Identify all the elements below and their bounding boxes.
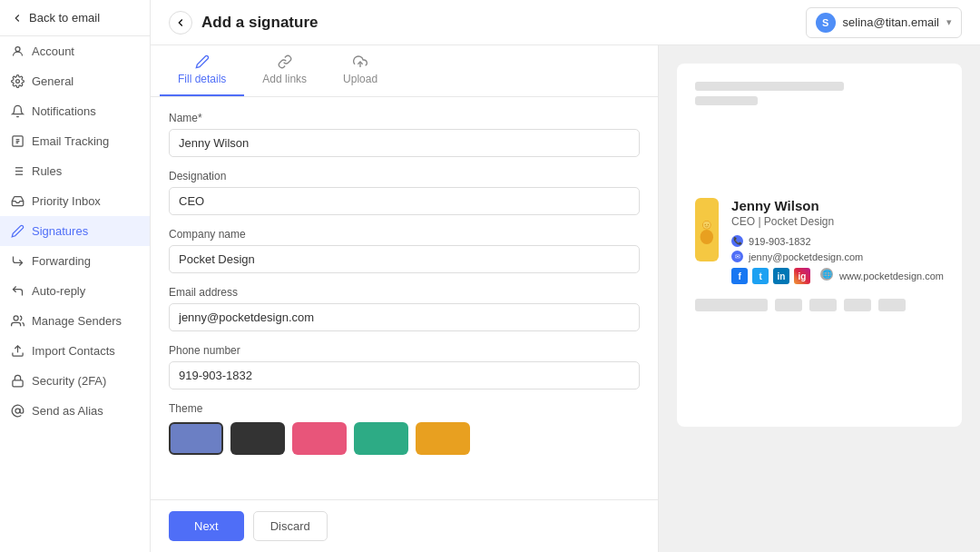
tabs-bar: Fill details Add links Upload — [151, 45, 658, 97]
security-icon — [11, 374, 24, 388]
svg-point-0 — [15, 47, 20, 52]
rules-icon — [11, 164, 24, 178]
ph-rect-4 — [844, 299, 871, 311]
designation-input[interactable] — [169, 187, 640, 215]
sidebar-item-account[interactable]: Account — [0, 36, 150, 66]
designation-field-group: Designation — [169, 170, 640, 215]
theme-color-orange[interactable] — [416, 422, 470, 455]
email-label: Email address — [169, 286, 640, 299]
back-to-email-button[interactable]: Back to email — [0, 0, 150, 36]
discard-button[interactable]: Discard — [253, 511, 328, 541]
contacts-icon — [11, 344, 24, 358]
sig-name: Jenny Wilson — [731, 198, 944, 213]
theme-color-dark[interactable] — [230, 422, 285, 455]
sidebar-item-rules[interactable]: Rules — [0, 156, 150, 186]
sidebar-item-label: Rules — [32, 164, 62, 178]
sidebar-item-label: Priority Inbox — [32, 194, 101, 208]
sidebar-item-label: Manage Senders — [32, 314, 122, 328]
back-arrow-icon — [11, 12, 24, 25]
sidebar-item-label: Auto-reply — [32, 284, 85, 298]
sidebar-item-notifications[interactable]: Notifications — [0, 96, 150, 126]
page-header: Add a signature S selina@titan.email ▾ — [151, 0, 980, 45]
phone-icon: 📞 — [731, 235, 743, 247]
facebook-icon: f — [731, 268, 748, 284]
designation-label: Designation — [169, 170, 640, 182]
sidebar-item-auto-reply[interactable]: Auto-reply — [0, 276, 150, 306]
preview-placeholder-lines — [695, 82, 944, 105]
sidebar-item-label: Forwarding — [32, 254, 91, 268]
sig-social-icons: f t in ig 🌐 www.pocketdesign.com — [731, 268, 944, 284]
sidebar-item-label: Send as Alias — [32, 404, 103, 418]
sig-email: ✉ jenny@pocketdesign.com — [731, 251, 944, 262]
sig-phone: 📞 919-903-1832 — [731, 235, 944, 247]
theme-color-blue[interactable] — [169, 422, 223, 455]
user-dropdown[interactable]: S selina@titan.email ▾ — [806, 7, 962, 38]
svg-point-16 — [701, 230, 713, 244]
sig-title: CEO | Pocket Design — [731, 215, 944, 228]
tab-upload[interactable]: Upload — [325, 45, 396, 96]
sidebar-item-email-tracking[interactable]: Email Tracking — [0, 126, 150, 156]
body-area: Fill details Add links Upload Name* — [151, 45, 980, 552]
sidebar-item-manage-senders[interactable]: Manage Senders — [0, 306, 150, 336]
tab-fill-details[interactable]: Fill details — [160, 45, 244, 96]
page-title: Add a signature — [201, 14, 318, 32]
placeholder-line-2 — [695, 96, 758, 105]
alias-icon — [11, 404, 24, 418]
tab-label: Upload — [343, 73, 377, 85]
name-field-group: Name* — [169, 112, 640, 157]
theme-color-pink[interactable] — [292, 422, 347, 455]
sidebar-item-forwarding[interactable]: Forwarding — [0, 246, 150, 276]
ph-rect-5 — [878, 299, 906, 311]
header-left: Add a signature — [169, 11, 318, 34]
sig-photo — [695, 198, 719, 261]
upload-icon — [353, 54, 368, 69]
sidebar-item-priority-inbox[interactable]: Priority Inbox — [0, 186, 150, 216]
ph-rect-2 — [775, 299, 802, 311]
sidebar-item-label: Security (2FA) — [32, 374, 106, 388]
user-icon — [11, 44, 24, 58]
chevron-left-icon — [174, 16, 187, 29]
svg-rect-11 — [13, 380, 23, 387]
sidebar-item-label: Email Tracking — [32, 134, 109, 148]
svg-point-1 — [16, 80, 20, 84]
email-field-group: Email address — [169, 286, 640, 331]
sidebar-item-import-contacts[interactable]: Import Contacts — [0, 336, 150, 366]
link-icon — [278, 54, 292, 69]
pencil-icon — [195, 54, 210, 69]
tab-label: Fill details — [178, 73, 226, 85]
form-scroll-area: Name* Designation Company name Email add… — [151, 97, 658, 499]
back-label: Back to email — [29, 11, 100, 25]
name-label: Name* — [169, 112, 640, 124]
sidebar-item-signatures[interactable]: Signatures — [0, 216, 150, 246]
senders-icon — [11, 314, 24, 328]
next-button[interactable]: Next — [169, 511, 244, 541]
email-icon: ✉ — [731, 251, 743, 262]
theme-section: Theme — [169, 402, 640, 455]
email-input[interactable] — [169, 303, 640, 331]
preview-spacer — [695, 116, 944, 189]
sidebar-item-security[interactable]: Security (2FA) — [0, 366, 150, 396]
signature-preview: Jenny Wilson CEO | Pocket Design 📞 919-9… — [695, 198, 944, 284]
phone-input[interactable] — [169, 361, 640, 389]
tracking-icon — [11, 134, 24, 148]
tab-label: Add links — [262, 73, 307, 85]
name-input[interactable] — [169, 129, 640, 157]
preview-panel: Jenny Wilson CEO | Pocket Design 📞 919-9… — [659, 45, 980, 552]
avatar: S — [816, 13, 836, 33]
sig-website: www.pocketdesign.com — [839, 271, 944, 281]
placeholder-line-1 — [695, 82, 844, 91]
bell-icon — [11, 104, 24, 118]
company-input[interactable] — [169, 245, 640, 273]
theme-label: Theme — [169, 402, 640, 415]
linkedin-icon: in — [773, 268, 789, 284]
tab-add-links[interactable]: Add links — [244, 45, 325, 96]
autoreply-icon — [11, 284, 24, 298]
phone-label: Phone number — [169, 344, 640, 357]
back-icon-button[interactable] — [169, 11, 192, 34]
sidebar-item-general[interactable]: General — [0, 66, 150, 96]
sidebar-item-send-as-alias[interactable]: Send as Alias — [0, 396, 150, 426]
svg-point-12 — [15, 409, 20, 413]
user-email: selina@titan.email — [843, 15, 939, 29]
theme-color-green[interactable] — [354, 422, 408, 455]
forward-icon — [11, 254, 24, 268]
